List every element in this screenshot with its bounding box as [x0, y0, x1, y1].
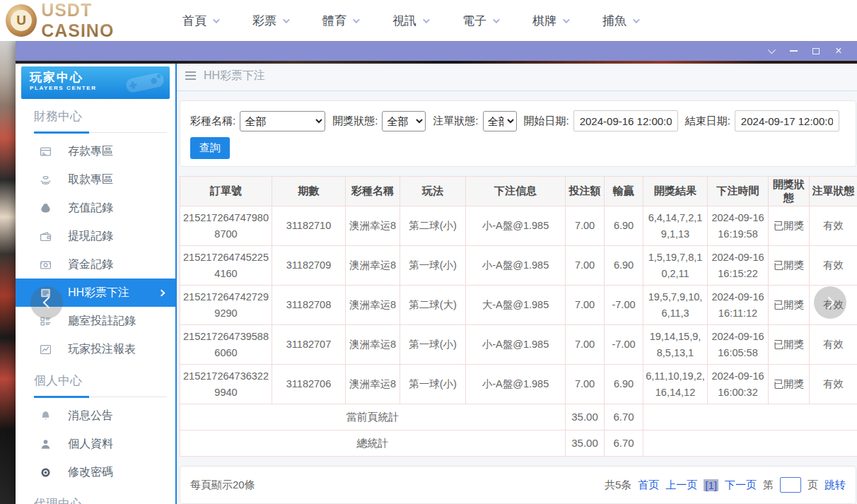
sidebar-item-announcements[interactable]: 消息公告	[16, 402, 175, 430]
nav-item-home[interactable]: 首頁	[182, 13, 218, 29]
table-cell: 31182707	[272, 325, 346, 365]
funds-record-icon	[39, 259, 52, 271]
nav-item-lottery[interactable]: 彩票	[252, 13, 288, 29]
table-cell: 31182710	[272, 206, 346, 246]
sidebar-item-label: 取款專區	[68, 172, 113, 187]
table-cell: 有效	[810, 325, 857, 365]
sidebar-item-profile[interactable]: 個人資料	[16, 430, 175, 458]
user-icon	[39, 438, 52, 450]
nav-item-cards[interactable]: 棋牌	[532, 13, 568, 29]
table-cell: 2152172647479808700	[180, 206, 272, 246]
bets-table: 訂單號期數彩種名稱玩法下注信息投注額輸贏開獎結果下注時間開獎狀態注單狀態 215…	[180, 176, 857, 457]
sidebar-item-recharge-records[interactable]: 充值記錄	[16, 194, 175, 222]
table-cell: 第二球(小)	[400, 206, 466, 246]
chevron-right-icon	[822, 297, 834, 309]
table-cell: 6,4,14,7,2,19,1,13	[643, 206, 708, 246]
table-cell: 小-A盤@1.985	[466, 325, 566, 365]
nav-menu: 首頁 彩票 體育 視訊 電子 棋牌 捕魚	[182, 13, 638, 29]
table-row: 215217264739588606031182707澳洲幸运8第一球(小)小-…	[180, 325, 857, 365]
table-cell: 2152172647452254160	[180, 246, 272, 286]
sidebar-item-withdrawal-records[interactable]: 提現記錄	[16, 222, 175, 250]
table-row: 215217264736322994031182706澳洲幸运8第一球(小)小-…	[180, 365, 857, 404]
withdraw-hand-icon	[39, 174, 52, 186]
hamburger-menu-icon[interactable]	[185, 71, 196, 80]
lottery-name-select[interactable]: 全部	[240, 111, 325, 131]
next-page-link[interactable]: 下一页	[725, 479, 757, 492]
table-cell: -7.00	[605, 286, 643, 325]
search-button[interactable]: 查詢	[190, 137, 230, 159]
page-size-text: 每頁顯示20條	[190, 479, 255, 492]
window-minimize-button[interactable]	[782, 42, 805, 59]
table-cell: 6.90	[605, 206, 643, 246]
table-cell: 2152172647427299290	[180, 286, 272, 325]
window-maximize-button[interactable]	[805, 42, 827, 59]
summary-row: 當前頁統計35.006.70	[180, 404, 857, 430]
sidebar: 玩家中心 PLAYERS CENTER 財務中心 存款專區	[16, 61, 175, 504]
filter-row: 彩種名稱: 全部 開獎狀態: 全部 注單狀態: 全部 開始日期:	[190, 110, 846, 131]
order-status-select[interactable]: 全部	[483, 111, 517, 131]
brand-name: USDT CASINO	[41, 0, 165, 41]
table-cell: 已開獎	[769, 206, 810, 246]
sidebar-section-agent: 代理中心	[16, 486, 175, 504]
summary-bet-total: 35.00	[566, 430, 605, 457]
chevron-down-icon	[563, 16, 570, 23]
summary-bet-total: 35.00	[566, 404, 605, 430]
window-titlebar: ×	[16, 41, 857, 61]
window-collapse-button[interactable]	[759, 42, 782, 59]
sidebar-item-label: 充值記錄	[68, 201, 113, 216]
maximize-icon	[812, 48, 820, 54]
table-cell: 6.90	[605, 365, 643, 404]
table-cell: 澳洲幸运8	[346, 246, 400, 286]
prev-page-link[interactable]: 上一页	[665, 479, 697, 492]
summary-win-loss: 6.70	[605, 430, 643, 457]
chevron-down-icon	[633, 16, 640, 23]
table-row: 215217264747980870031182710澳洲幸运8第二球(小)小-…	[180, 206, 857, 246]
table-cell: 31182706	[272, 365, 346, 404]
nav-item-fishing[interactable]: 捕魚	[602, 13, 638, 29]
first-page-link[interactable]: 首页	[638, 479, 659, 492]
scroll-left-button[interactable]	[30, 286, 63, 319]
money-bag-icon	[39, 202, 52, 214]
nav-item-live[interactable]: 視訊	[392, 13, 428, 29]
sidebar-item-deposit[interactable]: 存款專區	[16, 137, 175, 165]
window-close-button[interactable]: ×	[827, 42, 850, 59]
brand-logo[interactable]: U USDT CASINO	[6, 0, 165, 41]
table-cell: 已開獎	[769, 365, 810, 404]
end-date-label: 結束日期:	[685, 115, 730, 128]
nav-item-sports[interactable]: 體育	[322, 13, 358, 29]
draw-status-select[interactable]: 全部	[382, 111, 426, 131]
column-header: 下注時間	[708, 177, 769, 206]
chevron-down-icon	[768, 46, 776, 54]
sidebar-item-player-bet-report[interactable]: 玩家投注報表	[16, 335, 175, 363]
column-header: 投注額	[566, 177, 605, 206]
close-icon: ×	[835, 45, 841, 57]
column-header: 輸贏	[605, 177, 643, 206]
table-cell: 19,14,15,9,8,5,13,1	[643, 325, 708, 365]
table-cell: 2024-09-16 16:19:58	[708, 206, 769, 246]
current-page-indicator: [1]	[704, 479, 718, 491]
table-cell: 2024-09-16 16:00:32	[708, 365, 769, 404]
nav-item-slots[interactable]: 電子	[462, 13, 498, 29]
sidebar-item-change-password[interactable]: 修改密碼	[16, 458, 175, 486]
start-date-input[interactable]	[573, 110, 678, 131]
chevron-left-icon	[42, 297, 54, 309]
summary-empty	[643, 430, 857, 457]
bell-icon	[39, 410, 52, 422]
table-cell: 已開獎	[769, 246, 810, 286]
table-cell: 已開獎	[769, 325, 810, 365]
sidebar-item-label: 提現記錄	[68, 229, 113, 244]
table-cell: 2152172647363229940	[180, 365, 272, 404]
summary-label: 總統計	[180, 430, 566, 457]
scroll-right-button[interactable]	[814, 286, 846, 319]
page-jump-input[interactable]	[780, 477, 801, 493]
table-cell: 7.00	[566, 206, 605, 246]
table-cell: 小-A盤@1.985	[466, 365, 566, 404]
sidebar-item-funds-records[interactable]: 資金記錄	[16, 250, 175, 279]
table-cell: 小-A盤@1.985	[466, 206, 566, 246]
banner-edge-strip	[16, 61, 857, 64]
summary-win-loss: 6.70	[605, 404, 643, 430]
end-date-input[interactable]	[735, 110, 839, 131]
jump-button[interactable]: 跳转	[824, 479, 846, 492]
top-navigation: U USDT CASINO 首頁 彩票 體育 視訊 電子 棋牌 捕魚	[0, 0, 857, 41]
sidebar-item-withdraw[interactable]: 取款專區	[16, 165, 175, 194]
